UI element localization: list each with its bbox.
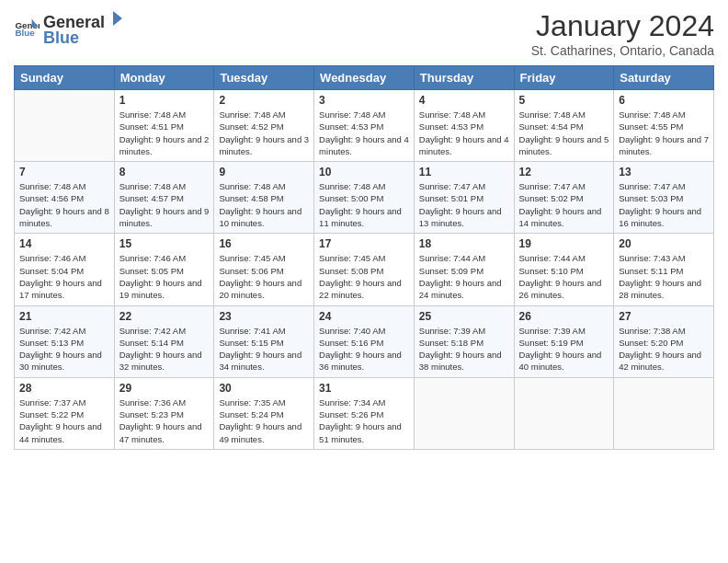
calendar-cell: 20Sunrise: 7:43 AMSunset: 5:11 PMDayligh…	[614, 234, 714, 305]
calendar-cell: 6Sunrise: 7:48 AMSunset: 4:55 PMDaylight…	[614, 90, 714, 162]
weekday-header-tuesday: Tuesday	[214, 66, 314, 90]
day-number: 16	[219, 237, 309, 250]
day-info: Sunrise: 7:45 AMSunset: 5:06 PMDaylight:…	[219, 252, 309, 301]
calendar-table: SundayMondayTuesdayWednesdayThursdayFrid…	[14, 65, 714, 450]
day-info: Sunrise: 7:39 AMSunset: 5:19 PMDaylight:…	[519, 325, 609, 373]
day-number: 1	[119, 94, 210, 107]
day-info: Sunrise: 7:44 AMSunset: 5:09 PMDaylight:…	[419, 252, 509, 301]
day-info: Sunrise: 7:44 AMSunset: 5:10 PMDaylight:…	[519, 252, 609, 301]
day-info: Sunrise: 7:39 AMSunset: 5:18 PMDaylight:…	[419, 325, 509, 373]
day-info: Sunrise: 7:41 AMSunset: 5:15 PMDaylight:…	[219, 325, 309, 373]
calendar-cell	[414, 377, 514, 449]
day-number: 15	[119, 237, 210, 250]
week-row-4: 21Sunrise: 7:42 AMSunset: 5:13 PMDayligh…	[15, 305, 714, 377]
day-info: Sunrise: 7:43 AMSunset: 5:11 PMDaylight:…	[619, 252, 709, 301]
day-number: 26	[519, 310, 609, 323]
calendar-cell	[614, 377, 714, 449]
calendar-cell: 5Sunrise: 7:48 AMSunset: 4:54 PMDaylight…	[514, 90, 614, 162]
calendar-cell: 13Sunrise: 7:47 AMSunset: 5:03 PMDayligh…	[614, 162, 714, 234]
calendar-cell	[514, 377, 614, 449]
day-number: 14	[19, 237, 109, 250]
day-info: Sunrise: 7:47 AMSunset: 5:01 PMDaylight:…	[419, 180, 509, 229]
calendar-cell: 26Sunrise: 7:39 AMSunset: 5:19 PMDayligh…	[514, 305, 614, 377]
logo-icon: General Blue	[14, 16, 40, 41]
calendar-cell: 17Sunrise: 7:45 AMSunset: 5:08 PMDayligh…	[314, 234, 415, 305]
day-number: 2	[219, 94, 309, 107]
location-title: St. Catharines, Ontario, Canada	[531, 43, 714, 58]
calendar-cell: 16Sunrise: 7:45 AMSunset: 5:06 PMDayligh…	[214, 234, 314, 305]
calendar-cell: 15Sunrise: 7:46 AMSunset: 5:05 PMDayligh…	[114, 234, 214, 305]
day-number: 4	[419, 94, 509, 107]
day-number: 5	[519, 94, 609, 107]
day-info: Sunrise: 7:48 AMSunset: 4:53 PMDaylight:…	[419, 109, 509, 157]
day-number: 27	[619, 310, 709, 323]
day-info: Sunrise: 7:47 AMSunset: 5:03 PMDaylight:…	[619, 180, 709, 229]
day-number: 22	[119, 310, 210, 323]
day-number: 30	[219, 382, 309, 395]
day-info: Sunrise: 7:42 AMSunset: 5:13 PMDaylight:…	[19, 325, 109, 373]
weekday-header-saturday: Saturday	[614, 66, 714, 90]
logo-triangle-icon	[106, 9, 124, 28]
calendar-cell: 22Sunrise: 7:42 AMSunset: 5:14 PMDayligh…	[114, 305, 214, 377]
title-section: January 2024 St. Catharines, Ontario, Ca…	[531, 9, 714, 58]
day-number: 17	[319, 237, 409, 250]
day-number: 7	[19, 166, 109, 178]
weekday-header-friday: Friday	[514, 66, 614, 90]
day-number: 8	[119, 166, 210, 178]
calendar-cell: 1Sunrise: 7:48 AMSunset: 4:51 PMDaylight…	[114, 90, 214, 162]
day-info: Sunrise: 7:48 AMSunset: 4:56 PMDaylight:…	[19, 180, 109, 229]
calendar-cell: 25Sunrise: 7:39 AMSunset: 5:18 PMDayligh…	[414, 305, 514, 377]
day-number: 10	[319, 166, 409, 178]
day-number: 23	[219, 310, 309, 323]
calendar-cell: 31Sunrise: 7:34 AMSunset: 5:26 PMDayligh…	[314, 377, 415, 449]
day-number: 6	[619, 94, 709, 107]
weekday-header-wednesday: Wednesday	[314, 66, 415, 90]
day-number: 3	[319, 94, 409, 107]
day-info: Sunrise: 7:35 AMSunset: 5:24 PMDaylight:…	[219, 396, 309, 445]
day-number: 29	[119, 382, 210, 395]
calendar-cell: 4Sunrise: 7:48 AMSunset: 4:53 PMDaylight…	[414, 90, 514, 162]
day-info: Sunrise: 7:46 AMSunset: 5:04 PMDaylight:…	[19, 252, 109, 301]
day-info: Sunrise: 7:38 AMSunset: 5:20 PMDaylight:…	[619, 325, 709, 373]
day-info: Sunrise: 7:48 AMSunset: 4:58 PMDaylight:…	[219, 180, 309, 229]
month-title: January 2024	[531, 9, 714, 43]
day-info: Sunrise: 7:48 AMSunset: 4:54 PMDaylight:…	[519, 109, 609, 157]
day-info: Sunrise: 7:45 AMSunset: 5:08 PMDaylight:…	[319, 252, 409, 301]
day-info: Sunrise: 7:46 AMSunset: 5:05 PMDaylight:…	[119, 252, 210, 301]
day-number: 20	[619, 237, 709, 250]
weekday-header-monday: Monday	[114, 66, 214, 90]
calendar-cell: 28Sunrise: 7:37 AMSunset: 5:22 PMDayligh…	[15, 377, 115, 449]
calendar-cell: 2Sunrise: 7:48 AMSunset: 4:52 PMDaylight…	[214, 90, 314, 162]
calendar-cell: 12Sunrise: 7:47 AMSunset: 5:02 PMDayligh…	[514, 162, 614, 234]
day-number: 25	[419, 310, 509, 323]
day-number: 28	[19, 382, 109, 395]
day-info: Sunrise: 7:47 AMSunset: 5:02 PMDaylight:…	[519, 180, 609, 229]
svg-marker-2	[113, 11, 122, 26]
day-info: Sunrise: 7:40 AMSunset: 5:16 PMDaylight:…	[319, 325, 409, 373]
day-info: Sunrise: 7:34 AMSunset: 5:26 PMDaylight:…	[319, 396, 409, 445]
calendar-cell: 29Sunrise: 7:36 AMSunset: 5:23 PMDayligh…	[114, 377, 214, 449]
calendar-cell	[15, 90, 115, 162]
day-info: Sunrise: 7:42 AMSunset: 5:14 PMDaylight:…	[119, 325, 210, 373]
week-row-3: 14Sunrise: 7:46 AMSunset: 5:04 PMDayligh…	[15, 234, 714, 305]
day-number: 19	[519, 237, 609, 250]
weekday-header-row: SundayMondayTuesdayWednesdayThursdayFrid…	[15, 66, 714, 90]
calendar-cell: 7Sunrise: 7:48 AMSunset: 4:56 PMDaylight…	[15, 162, 115, 234]
day-number: 18	[419, 237, 509, 250]
calendar-cell: 27Sunrise: 7:38 AMSunset: 5:20 PMDayligh…	[614, 305, 714, 377]
day-number: 9	[219, 166, 309, 178]
day-info: Sunrise: 7:48 AMSunset: 4:53 PMDaylight:…	[319, 109, 409, 157]
weekday-header-sunday: Sunday	[15, 66, 115, 90]
day-info: Sunrise: 7:48 AMSunset: 4:52 PMDaylight:…	[219, 109, 309, 157]
calendar-cell: 24Sunrise: 7:40 AMSunset: 5:16 PMDayligh…	[314, 305, 415, 377]
day-number: 31	[319, 382, 409, 395]
day-info: Sunrise: 7:48 AMSunset: 5:00 PMDaylight:…	[319, 180, 409, 229]
calendar-cell: 8Sunrise: 7:48 AMSunset: 4:57 PMDaylight…	[114, 162, 214, 234]
day-number: 21	[19, 310, 109, 323]
day-number: 12	[519, 166, 609, 178]
day-number: 24	[319, 310, 409, 323]
week-row-1: 1Sunrise: 7:48 AMSunset: 4:51 PMDaylight…	[15, 90, 714, 162]
calendar-cell: 21Sunrise: 7:42 AMSunset: 5:13 PMDayligh…	[15, 305, 115, 377]
svg-text:Blue: Blue	[15, 28, 35, 38]
calendar-cell: 30Sunrise: 7:35 AMSunset: 5:24 PMDayligh…	[214, 377, 314, 449]
